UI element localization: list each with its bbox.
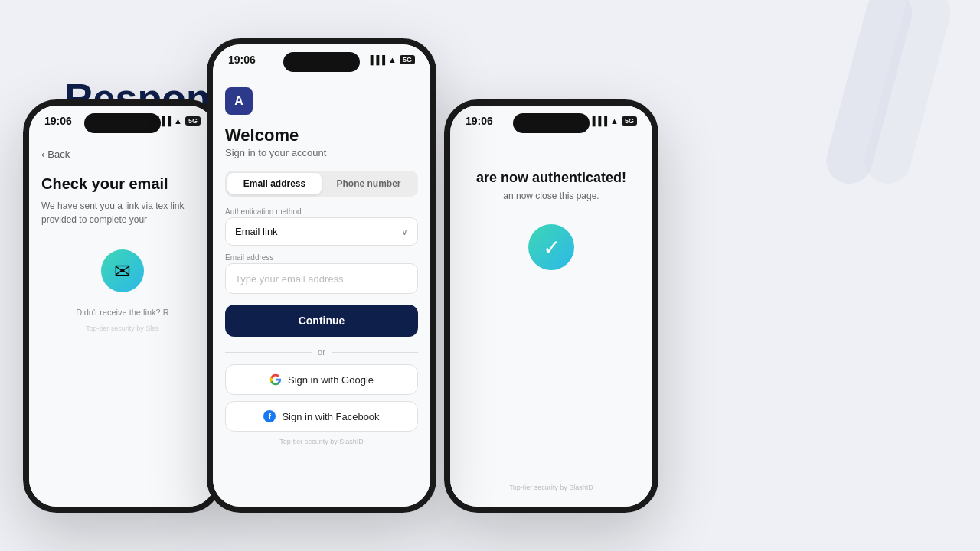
facebook-signin-button[interactable]: f Sign in with Facebook bbox=[225, 401, 418, 432]
right-footer-security: Top-tier security by SlashID bbox=[509, 484, 593, 491]
left-footer-security: Top-tier security by Slas bbox=[41, 324, 204, 332]
success-check-circle: ✓ bbox=[528, 224, 574, 270]
dropdown-arrow-icon: ∨ bbox=[401, 227, 408, 237]
auth-subtitle: an now close this page. bbox=[503, 191, 599, 201]
signal-icon-right: ▐▐▐ bbox=[590, 116, 607, 126]
welcome-title: Welcome bbox=[225, 126, 418, 145]
battery-icon-main: 5G bbox=[400, 55, 415, 64]
or-divider: or bbox=[225, 347, 418, 357]
checkmark-icon: ✓ bbox=[543, 235, 560, 260]
or-line-right bbox=[332, 352, 418, 353]
email-input-field[interactable]: Type your email address bbox=[225, 263, 418, 294]
auth-method-label: Authentication method bbox=[225, 207, 418, 216]
facebook-icon: f bbox=[263, 410, 276, 422]
phone-left: 19:06 ▐▐▐ ▲ 5G ‹ Back Check your email W… bbox=[23, 99, 222, 513]
app-icon: A bbox=[225, 87, 253, 115]
auth-method-dropdown[interactable]: Email link ∨ bbox=[225, 217, 418, 246]
main-phone-content: A Welcome Sign in to your account Email … bbox=[213, 78, 430, 507]
auth-title-text: are now authenticated! bbox=[476, 170, 626, 185]
status-time-left: 19:06 bbox=[44, 115, 72, 127]
status-time-right: 19:06 bbox=[466, 115, 493, 127]
wifi-icon-main: ▲ bbox=[388, 55, 397, 64]
status-bar-main: 19:06 ▐▐▐ ▲ 5G bbox=[213, 44, 430, 70]
tab-email[interactable]: Email address bbox=[227, 173, 322, 194]
right-phone-content: are now authenticated! an now close this… bbox=[450, 139, 652, 507]
email-placeholder: Type your email address bbox=[235, 273, 344, 285]
phone-main: 19:06 ▐▐▐ ▲ 5G A Welcome Sign in to your… bbox=[207, 38, 436, 513]
google-label: Sign in with Google bbox=[288, 374, 374, 386]
back-chevron-icon: ‹ bbox=[41, 148, 44, 160]
status-bar-right: 19:06 ▐▐▐ ▲ 5G bbox=[450, 106, 652, 132]
continue-button[interactable]: Continue bbox=[225, 305, 418, 337]
status-icons-right: ▐▐▐ ▲ 5G bbox=[590, 116, 637, 126]
signal-icon-main: ▐▐▐ bbox=[368, 55, 385, 64]
phone-right: 19:06 ▐▐▐ ▲ 5G are now authenticated! an… bbox=[444, 99, 658, 513]
dynamic-island-right bbox=[513, 113, 590, 133]
status-bar-left: 19:06 ▐▐▐ ▲ 5G bbox=[29, 106, 216, 132]
main-footer-security: Top-tier security by SlashID bbox=[225, 438, 418, 445]
back-label: Back bbox=[47, 148, 70, 160]
or-text: or bbox=[318, 347, 325, 357]
email-icon-circle: ✉ bbox=[101, 249, 144, 292]
resend-link[interactable]: Didn't receive the link? R bbox=[41, 308, 204, 317]
back-button[interactable]: ‹ Back bbox=[41, 148, 204, 160]
battery-icon: 5G bbox=[185, 116, 201, 126]
battery-icon-right: 5G bbox=[622, 116, 637, 126]
dynamic-island-main bbox=[283, 52, 360, 72]
auth-tabs: Email address Phone number bbox=[225, 171, 418, 197]
status-time-main: 19:06 bbox=[228, 54, 256, 66]
wifi-icon: ▲ bbox=[174, 116, 182, 126]
wifi-icon-right: ▲ bbox=[610, 116, 619, 126]
left-phone-content: ‹ Back Check your email We have sent you… bbox=[29, 139, 216, 507]
status-icons-main: ▐▐▐ ▲ 5G bbox=[368, 55, 415, 64]
tab-phone[interactable]: Phone number bbox=[322, 173, 416, 194]
check-email-description: We have sent you a link via tex link pro… bbox=[41, 199, 204, 227]
facebook-label: Sign in with Facebook bbox=[282, 411, 379, 422]
bg-decoration bbox=[735, 0, 980, 306]
google-signin-button[interactable]: Sign in with Google bbox=[225, 364, 418, 395]
google-icon bbox=[270, 373, 282, 386]
email-icon: ✉ bbox=[114, 259, 131, 283]
app-icon-letter: A bbox=[234, 94, 243, 108]
auth-success-title: are now authenticated! bbox=[476, 170, 626, 186]
email-input-label: Email address bbox=[225, 253, 418, 262]
dynamic-island-left bbox=[84, 113, 161, 133]
welcome-subtitle: Sign in to your account bbox=[225, 147, 418, 158]
or-line-left bbox=[225, 352, 312, 353]
auth-method-value: Email link bbox=[235, 226, 278, 237]
check-email-title: Check your email bbox=[41, 175, 204, 193]
